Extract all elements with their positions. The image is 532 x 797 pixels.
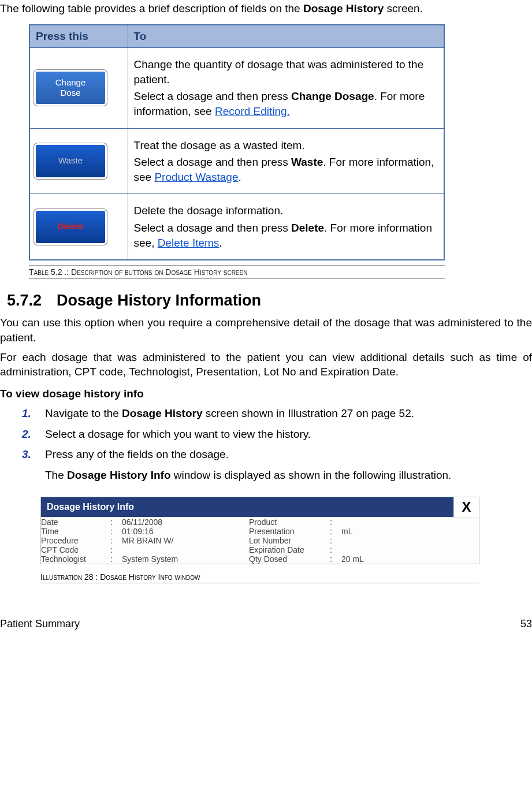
intro-paragraph: The following table provides a brief des…	[0, 2, 532, 15]
colon: :	[110, 554, 122, 564]
field-value: 01:09:16	[122, 527, 249, 536]
field-value	[341, 545, 479, 554]
table-row: WasteTreat the dosage as a wasted item.S…	[29, 128, 444, 194]
intro-post: screen.	[384, 2, 423, 14]
desc-line-2: Select a dosage and then press Delete. F…	[134, 221, 438, 250]
field-label: Qty Dosed	[249, 554, 330, 564]
description-cell: Delete the dosage information.Select a d…	[128, 194, 444, 260]
colon: :	[330, 517, 341, 527]
field-label: Expiration Date	[249, 545, 330, 554]
illus-caption-text: Illustration 28 : Dosage History Info wi…	[40, 571, 479, 583]
colon: :	[330, 554, 341, 564]
desc-line-1: Delete the dosage information.	[134, 203, 438, 218]
description-cell: Change the quantity of dosage that was a…	[128, 48, 444, 129]
colon: :	[330, 527, 341, 536]
field-label: Procedure	[41, 536, 110, 545]
bold-term: Dosage History Info	[67, 469, 170, 481]
delete-button[interactable]: Delete	[36, 211, 105, 243]
colon: :	[330, 536, 341, 545]
para-2: For each dosage that was administered to…	[0, 350, 532, 379]
cross-ref-link[interactable]: Delete Items	[158, 237, 220, 249]
description-cell: Treat the dosage as a wasted item.Select…	[128, 128, 444, 194]
illus-header: Dosage History Info X	[41, 497, 479, 517]
colon: :	[110, 517, 122, 527]
th-press-this: Press this	[29, 25, 128, 48]
step-item: 2.Select a dosage for which you want to …	[22, 427, 532, 442]
footer-left: Patient Summary	[0, 618, 80, 630]
desc-line-2: Select a dosage and then press Waste. Fo…	[134, 155, 438, 184]
field-value: System System	[122, 554, 249, 564]
button-cell: Waste	[29, 128, 128, 194]
field-label: CPT Code	[41, 545, 110, 554]
close-icon[interactable]: X	[453, 497, 479, 517]
button-cell: Delete	[29, 194, 128, 260]
page-footer: Patient Summary 53	[0, 618, 532, 630]
buttons-table: Press this To ChangeDoseChange the quant…	[29, 24, 445, 260]
dosage-history-info-window: Dosage History Info X Date:06/11/2008Pro…	[40, 497, 479, 564]
field-value: mL	[341, 527, 479, 536]
steps-list: 1.Navigate to the Dosage History screen …	[22, 406, 532, 483]
cross-ref-link[interactable]: Product Wastage	[154, 171, 238, 183]
section-heading: 5.7.2Dosage History Information	[7, 292, 532, 310]
step-extra: The Dosage History Info window is displa…	[45, 468, 532, 483]
cross-ref-link[interactable]: Record Editing.	[215, 105, 290, 117]
field-value: 20 mL	[341, 554, 479, 564]
colon: :	[110, 527, 122, 536]
field-value	[341, 536, 479, 545]
intro-bold: Dosage History	[303, 2, 384, 14]
field-value: 06/11/2008	[122, 517, 249, 527]
th-to: To	[128, 25, 444, 48]
section-title: Dosage History Information	[57, 292, 261, 309]
colon: :	[110, 545, 122, 554]
colon: :	[110, 536, 122, 545]
step-item: 3.Press any of the fields on the dosage.…	[22, 447, 532, 482]
colon: :	[330, 545, 341, 554]
step-number: 1.	[22, 406, 31, 421]
table-row: ChangeDoseChange the quantity of dosage …	[29, 48, 444, 129]
bold-term: Dosage History	[122, 407, 202, 419]
illus-title: Dosage History Info	[41, 497, 453, 517]
step-number: 2.	[22, 427, 31, 442]
field-label: Presentation	[249, 527, 330, 536]
footer-page-number: 53	[520, 618, 532, 630]
desc-line-1: Change the quantity of dosage that was a…	[134, 57, 438, 87]
change-dose-button[interactable]: ChangeDose	[36, 72, 105, 104]
field-label: Lot Number	[249, 536, 330, 545]
section-number: 5.7.2	[7, 292, 42, 309]
field-value: MR BRAIN W/	[122, 536, 249, 545]
table-caption: Table 5.2 .: Description of buttons on D…	[29, 265, 445, 279]
subhead: To view dosage history info	[0, 388, 532, 400]
field-value	[122, 545, 249, 554]
step-item: 1.Navigate to the Dosage History screen …	[22, 406, 532, 421]
desc-line-2: Select a dosage and then press Change Do…	[134, 89, 438, 118]
desc-line-1: Treat the dosage as a wasted item.	[134, 138, 438, 153]
step-number: 3.	[22, 447, 31, 462]
bold-term: Delete	[291, 222, 324, 234]
bold-term: Change Dosage	[291, 90, 374, 102]
field-value	[341, 517, 479, 527]
field-label: Technologist	[41, 554, 110, 564]
bold-term: Waste	[291, 156, 323, 168]
field-label: Product	[249, 517, 330, 527]
illus-caption: Illustration 28 : Dosage History Info wi…	[40, 571, 479, 583]
table-caption-text: Table 5.2 .: Description of buttons on D…	[29, 266, 445, 278]
field-label: Date	[41, 517, 110, 527]
button-cell: ChangeDose	[29, 48, 128, 129]
para-1: You can use this option when you require…	[0, 315, 532, 345]
table-row: DeleteDelete the dosage information.Sele…	[29, 194, 444, 260]
intro-pre: The following table provides a brief des…	[0, 2, 303, 14]
field-label: Time	[41, 527, 110, 536]
waste-button[interactable]: Waste	[36, 145, 105, 177]
